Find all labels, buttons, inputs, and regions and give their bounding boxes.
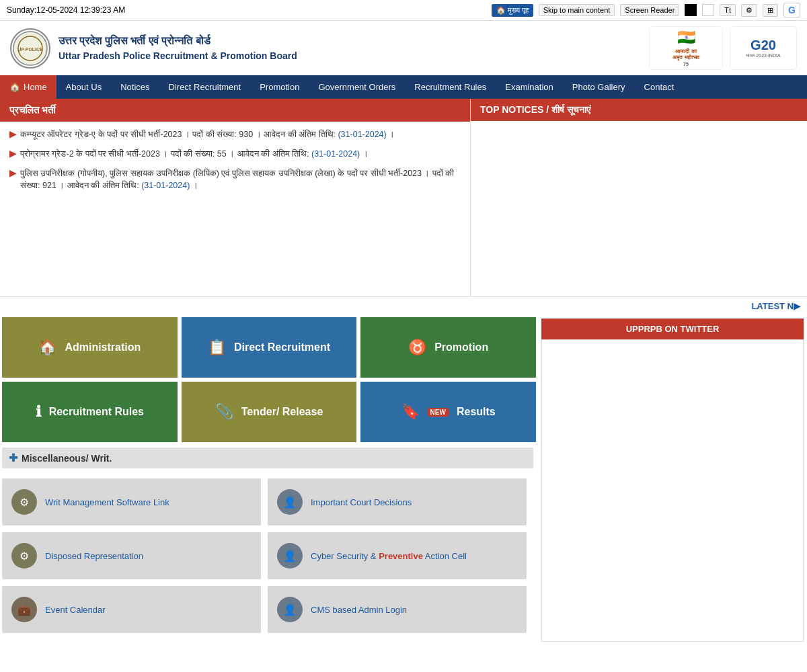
top-bar-actions: 🏠 मुख्य पृह Skip to main content Screen … bbox=[492, 3, 800, 17]
writ-label: Writ Management Software Link bbox=[45, 497, 169, 507]
news-list: ▶ कम्प्यूटर ऑपरेटर ग्रेड-ए के पदों पर सी… bbox=[0, 122, 470, 296]
google-button[interactable]: G bbox=[783, 3, 800, 17]
accessibility-button[interactable]: ⚙ bbox=[741, 4, 757, 17]
twitter-body bbox=[541, 339, 804, 642]
content-area: 🏠 Administration 📋 Direct Recruitment ♉ … bbox=[0, 315, 807, 645]
header-right: 🇮🇳 आजादी काअमृत महोत्सव75 G20 भारत 2023 … bbox=[649, 26, 797, 70]
home-icon: 🏠 bbox=[496, 6, 506, 15]
arrow-icon-3: ▶ bbox=[9, 167, 16, 180]
misc-card-event[interactable]: 💼 Event Calendar bbox=[2, 586, 261, 633]
cyber-label: Cyber Security & Preventive Action Cell bbox=[311, 551, 467, 561]
screen-reader-button[interactable]: Screen Reader bbox=[620, 4, 679, 16]
nav-contact-label: Contact bbox=[644, 82, 675, 92]
header-left: UP POLICE उत्तर प्रदेश पुलिस भर्ती एवं प… bbox=[10, 28, 297, 69]
cms-label: CMS based Admin Login bbox=[311, 605, 407, 615]
nav-notices[interactable]: Notices bbox=[111, 75, 159, 99]
disposed-label: Disposed Representation bbox=[45, 551, 143, 561]
card-tender[interactable]: 📎 Tender/ Release bbox=[182, 382, 357, 442]
nav-promotion[interactable]: Promotion bbox=[250, 75, 309, 99]
azadi-badge: 🇮🇳 आजादी काअमृत महोत्सव75 bbox=[649, 26, 723, 70]
arrow-icon-2: ▶ bbox=[9, 148, 16, 161]
event-icon: 💼 bbox=[11, 597, 37, 622]
grid-row-1: 🏠 Administration 📋 Direct Recruitment ♉ … bbox=[0, 315, 538, 380]
court-label: Important Court Decisions bbox=[311, 497, 412, 507]
nav-photo-gallery[interactable]: Photo Gallery bbox=[563, 75, 635, 99]
tender-label: Tender/ Release bbox=[241, 406, 323, 418]
left-panel: प्रचलित भर्ती ▶ कम्प्यूटर ऑपरेटर ग्रेड-ए… bbox=[0, 99, 471, 296]
misc-card-disposed[interactable]: ⚙ Disposed Representation bbox=[2, 532, 261, 579]
news-text-3: पुलिस उपनिरीक्षक (गोपनीय), पुलिस सहायक उ… bbox=[20, 167, 461, 193]
nav-about-label: About Us bbox=[66, 82, 102, 92]
title-hindi: उत्तर प्रदेश पुलिस भर्ती एवं प्रोन्नति ब… bbox=[59, 33, 297, 49]
top-notices-header: TOP NOTICES / शीर्ष सूचनाएं bbox=[471, 99, 807, 121]
latest-label: LATEST N▶ bbox=[751, 301, 800, 311]
promotion-label: Promotion bbox=[434, 341, 488, 353]
color-a-icon[interactable] bbox=[685, 4, 697, 16]
font-size-button[interactable]: Tt bbox=[720, 4, 736, 16]
card-direct-recruitment[interactable]: 📋 Direct Recruitment bbox=[182, 317, 357, 378]
top-bar: Sunday:12-05-2024 12:39:23 AM 🏠 मुख्य पृ… bbox=[0, 0, 807, 21]
sitemap-button[interactable]: ⊞ bbox=[763, 4, 778, 17]
news-item-1: ▶ कम्प्यूटर ऑपरेटर ग्रेड-ए के पदों पर सी… bbox=[9, 128, 461, 141]
cyber-icon: 👤 bbox=[277, 543, 303, 569]
new-badge: NEW bbox=[428, 408, 449, 417]
nav-notices-label: Notices bbox=[120, 82, 149, 92]
news-link-3[interactable]: (31-01-2024) bbox=[141, 181, 190, 190]
nav-recruitment-rules[interactable]: Recruitment Rules bbox=[405, 75, 496, 99]
misc-header: ✚ Miscellaneous/ Writ. bbox=[2, 448, 533, 468]
nav-govt-label: Government Orders bbox=[318, 82, 395, 92]
home-button[interactable]: 🏠 मुख्य पृह bbox=[492, 4, 533, 17]
nav-direct-recruitment[interactable]: Direct Recruitment bbox=[159, 75, 251, 99]
skip-label: Skip to main content bbox=[543, 6, 611, 14]
g20-badge: G20 भारत 2023 INDIA bbox=[730, 26, 797, 70]
news-link-2[interactable]: (31-01-2024) bbox=[311, 149, 360, 159]
twitter-header: UPPRPB ON TWITTER bbox=[541, 319, 804, 339]
left-area: 🏠 Administration 📋 Direct Recruitment ♉ … bbox=[0, 315, 538, 645]
news-text-2: प्रोग्रामर ग्रेड-2 के पदों पर सीधी भर्ती… bbox=[20, 148, 369, 161]
skip-button[interactable]: Skip to main content bbox=[539, 4, 615, 16]
card-administration[interactable]: 🏠 Administration bbox=[2, 317, 178, 378]
right-area: UPPRPB ON TWITTER bbox=[538, 315, 807, 645]
rules-icon: ℹ bbox=[36, 403, 41, 421]
nav-home[interactable]: 🏠 Home bbox=[0, 75, 56, 99]
screen-reader-label: Screen Reader bbox=[625, 6, 675, 14]
logo: UP POLICE bbox=[10, 28, 50, 69]
arrow-icon-1: ▶ bbox=[9, 128, 16, 141]
card-results[interactable]: 🔖 NEW Results bbox=[360, 382, 536, 442]
nav-about[interactable]: About Us bbox=[56, 75, 111, 99]
card-recruitment-rules[interactable]: ℹ Recruitment Rules bbox=[2, 382, 178, 442]
admin-icon: 🏠 bbox=[38, 339, 56, 356]
latest-bar: LATEST N▶ bbox=[0, 296, 807, 315]
nav-govt-orders[interactable]: Government Orders bbox=[309, 75, 405, 99]
datetime: Sunday:12-05-2024 12:39:23 AM bbox=[7, 5, 125, 15]
writ-icon: ⚙ bbox=[11, 489, 37, 515]
main-content: प्रचलित भर्ती ▶ कम्प्यूटर ऑपरेटर ग्रेड-ए… bbox=[0, 99, 807, 296]
nav-direct-label: Direct Recruitment bbox=[169, 82, 241, 92]
promotion-icon: ♉ bbox=[408, 339, 426, 356]
court-icon: 👤 bbox=[277, 489, 303, 515]
admin-label: Administration bbox=[65, 341, 141, 353]
card-promotion[interactable]: ♉ Promotion bbox=[360, 317, 536, 378]
nav-exam-label: Examination bbox=[505, 82, 553, 92]
nav-promotion-label: Promotion bbox=[260, 82, 299, 92]
news-link-1[interactable]: (31-01-2024) bbox=[338, 130, 386, 139]
tender-icon: 📎 bbox=[215, 403, 233, 421]
results-label: Results bbox=[457, 406, 496, 418]
highlight-text: Preventive bbox=[379, 551, 423, 561]
results-icon: 🔖 bbox=[401, 403, 420, 421]
misc-card-writ[interactable]: ⚙ Writ Management Software Link bbox=[2, 478, 261, 526]
direct-rec-icon: 📋 bbox=[208, 339, 226, 356]
right-panel: TOP NOTICES / शीर्ष सूचनाएं bbox=[471, 99, 807, 296]
misc-card-cms[interactable]: 👤 CMS based Admin Login bbox=[268, 586, 527, 633]
home-label: मुख्य पृह bbox=[508, 6, 529, 15]
misc-card-court[interactable]: 👤 Important Court Decisions bbox=[268, 478, 527, 526]
main-nav: 🏠 Home About Us Notices Direct Recruitme… bbox=[0, 75, 807, 99]
svg-text:UP POLICE: UP POLICE bbox=[17, 47, 43, 52]
color-b-icon[interactable] bbox=[702, 4, 714, 16]
nav-gallery-label: Photo Gallery bbox=[572, 82, 625, 92]
event-label: Event Calendar bbox=[45, 605, 106, 615]
nav-examination[interactable]: Examination bbox=[496, 75, 563, 99]
nav-contact[interactable]: Contact bbox=[635, 75, 684, 99]
misc-card-cyber[interactable]: 👤 Cyber Security & Preventive Action Cel… bbox=[268, 532, 527, 579]
disposed-icon: ⚙ bbox=[11, 543, 37, 569]
